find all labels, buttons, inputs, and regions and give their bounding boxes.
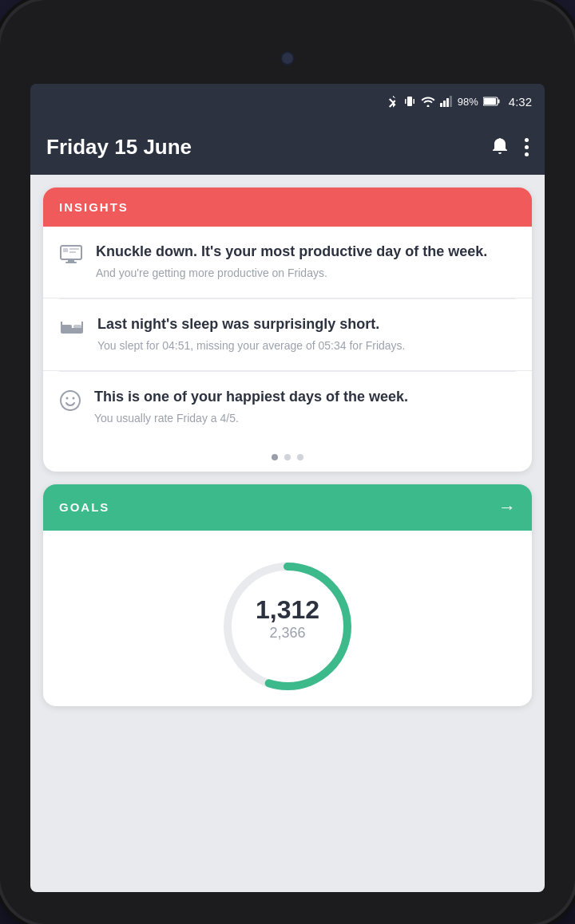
insight-title-happiness: This is one of your happiest days of the…: [94, 388, 516, 406]
insight-subtitle-productivity: And you're getting more productive on Fr…: [96, 266, 516, 282]
status-icons: 98% 4:32: [387, 94, 532, 109]
svg-rect-6: [450, 96, 452, 107]
svg-rect-18: [61, 322, 62, 330]
vertical-dots-icon: [525, 138, 529, 156]
battery-icon: [483, 97, 501, 106]
notifications-button[interactable]: [490, 136, 510, 157]
goals-arrow-button[interactable]: →: [498, 497, 516, 518]
phone-screen: 98% 4:32 Friday 15 June: [30, 84, 545, 892]
status-bar: 98% 4:32: [30, 84, 545, 119]
main-content: INSIGHTS: [30, 175, 545, 892]
insight-item-happiness[interactable]: This is one of your happiest days of the…: [43, 372, 532, 443]
goals-card: GOALS → 1,312 2,366: [43, 484, 532, 706]
svg-rect-19: [81, 322, 83, 330]
page-title: Friday 15 June: [46, 135, 192, 160]
goal-main-value: 1,312: [256, 595, 319, 625]
pagination-dots: [43, 443, 532, 472]
insight-text-sleep: Last night's sleep was surprisingly shor…: [97, 315, 516, 354]
svg-rect-13: [63, 248, 68, 252]
svg-point-23: [73, 397, 75, 399]
svg-rect-2: [413, 99, 414, 104]
svg-point-22: [66, 397, 69, 399]
dot-1[interactable]: [272, 454, 278, 460]
goals-body: 1,312 2,366: [43, 531, 532, 706]
top-bar-actions: [490, 136, 529, 157]
insight-title-productivity: Knuckle down. It's your most productive …: [96, 243, 516, 261]
goal-circle: 1,312 2,366: [208, 547, 367, 690]
svg-rect-5: [446, 98, 449, 107]
insight-subtitle-sleep: You slept for 04:51, missing your averag…: [97, 338, 516, 354]
svg-rect-0: [407, 97, 412, 106]
bed-icon: [59, 317, 85, 341]
svg-rect-15: [69, 251, 76, 253]
goals-title: GOALS: [59, 500, 109, 514]
bluetooth-icon: [387, 94, 399, 109]
vibrate-icon: [403, 95, 416, 108]
insights-title: INSIGHTS: [59, 200, 129, 214]
goal-numbers: 1,312 2,366: [256, 595, 319, 642]
svg-rect-12: [65, 262, 77, 263]
svg-rect-9: [484, 98, 496, 105]
monitor-icon: [59, 244, 83, 268]
svg-rect-4: [443, 101, 446, 107]
svg-rect-1: [405, 99, 406, 104]
svg-rect-8: [498, 100, 499, 104]
smiley-icon: [59, 389, 81, 415]
insight-item-productivity[interactable]: Knuckle down. It's your most productive …: [43, 227, 532, 298]
svg-point-21: [61, 391, 80, 410]
insights-body: Knuckle down. It's your most productive …: [43, 227, 532, 443]
time-display: 4:32: [509, 95, 532, 109]
dot-2[interactable]: [284, 454, 291, 460]
insight-item-sleep[interactable]: Last night's sleep was surprisingly shor…: [43, 299, 532, 371]
more-options-button[interactable]: [525, 138, 529, 156]
svg-rect-14: [69, 248, 79, 250]
insight-subtitle-happiness: You usually rate Friday a 4/5.: [94, 411, 516, 427]
dot-3[interactable]: [297, 454, 303, 460]
svg-rect-11: [68, 259, 74, 262]
signal-icon: [440, 96, 453, 107]
svg-rect-3: [440, 103, 442, 107]
insights-header: INSIGHTS: [43, 188, 532, 227]
top-bar: Friday 15 June: [30, 119, 545, 175]
insights-card: INSIGHTS: [43, 188, 532, 472]
bell-icon: [490, 136, 510, 157]
svg-rect-17: [61, 325, 72, 329]
insight-title-sleep: Last night's sleep was surprisingly shor…: [97, 315, 516, 334]
svg-rect-16: [61, 328, 83, 334]
phone-frame: 98% 4:32 Friday 15 June: [0, 0, 575, 924]
insight-text-happiness: This is one of your happiest days of the…: [94, 388, 516, 427]
goal-sub-value: 2,366: [256, 625, 319, 642]
svg-rect-20: [73, 325, 81, 329]
insight-text-productivity: Knuckle down. It's your most productive …: [96, 243, 516, 282]
battery-percentage: 98%: [458, 96, 478, 108]
goals-header[interactable]: GOALS →: [43, 484, 532, 531]
wifi-icon: [421, 96, 435, 107]
